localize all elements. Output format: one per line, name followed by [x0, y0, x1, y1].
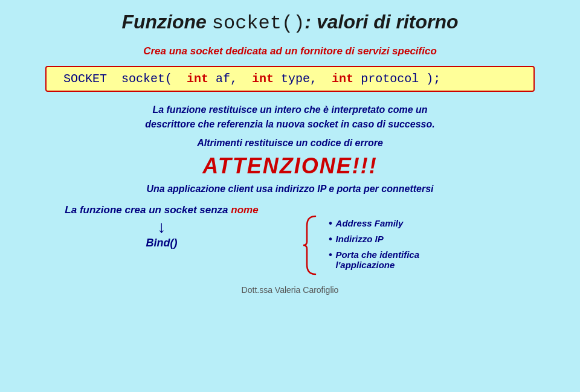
code-box: SOCKET socket( int af, int type, int pro… — [45, 66, 535, 92]
code-int3: int — [332, 72, 353, 86]
page-container: Funzione socket(): valori di ritorno Cre… — [0, 0, 580, 392]
alt-text: Altrimenti restituisce un codice di erro… — [197, 138, 383, 149]
page-title: Funzione socket(): valori di ritorno — [121, 11, 458, 34]
la-funzione-text: La funzione crea un socket senza nome — [65, 204, 258, 216]
right-part: Address Family Indirizzo IP Porta che id… — [278, 204, 535, 278]
footer: Dott.ssa Valeria Carofiglio — [242, 285, 339, 295]
attention-label: ATTENZIONE!!! — [202, 153, 377, 179]
client-text: Una applicazione client usa indirizzo IP… — [146, 184, 433, 194]
code-af: af, — [208, 72, 252, 86]
code-int2: int — [252, 72, 274, 86]
la-funzione-prefix: La funzione crea un socket senza — [65, 204, 231, 216]
bind-label: Bind() — [146, 237, 178, 249]
code-int1: int — [187, 72, 208, 86]
subtitle: Crea una socket dedicata ad un fornitore… — [143, 45, 437, 57]
title-code: socket() — [212, 12, 305, 34]
code-protocol: protocol ); — [353, 72, 440, 86]
left-part: La funzione crea un socket senza nome ↓ … — [45, 204, 278, 249]
bullet-address-family: Address Family — [329, 218, 419, 229]
bullet-list: Address Family Indirizzo IP Porta che id… — [329, 218, 419, 275]
desc-line2: descrittore che referenzia la nuova sock… — [145, 119, 434, 129]
bullet-indirizzo-ip: Indirizzo IP — [329, 234, 419, 245]
arrow-down-icon: ↓ — [158, 219, 166, 236]
desc-line1: La funzione restituisce un intero che è … — [152, 104, 427, 115]
curly-brace-icon — [302, 215, 319, 278]
title-part1: Funzione — [121, 11, 211, 33]
bullet-porta: Porta che identifical'applicazione — [329, 249, 419, 270]
code-type: type, — [274, 72, 332, 86]
brace-area: Address Family Indirizzo IP Porta che id… — [302, 215, 535, 278]
description: La funzione restituisce un intero che è … — [59, 103, 521, 132]
code-socket: SOCKET socket( — [63, 72, 187, 86]
title-part2: : valori di ritorno — [304, 11, 458, 33]
la-funzione-nome: nome — [231, 204, 258, 216]
bottom-section: La funzione crea un socket senza nome ↓ … — [45, 204, 535, 278]
